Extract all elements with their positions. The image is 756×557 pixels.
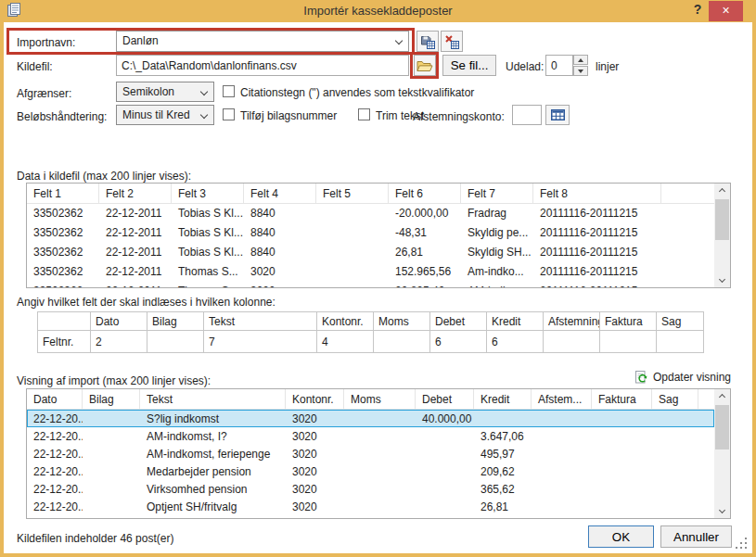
cell [652, 445, 698, 462]
cell: 3020 [286, 445, 344, 462]
mapping-cell-moms[interactable] [373, 330, 430, 353]
table-row[interactable]: 33502362 22-12-2011 Thomas S... 3020 152… [27, 262, 714, 282]
ok-button[interactable]: OK [588, 525, 654, 548]
scroll-down-button[interactable] [714, 502, 730, 518]
column-header[interactable]: Tekst [140, 389, 286, 409]
titlebar[interactable]: Importér kassekladdeposter ? × [0, 0, 756, 22]
kildefil-input[interactable] [116, 55, 409, 76]
mapping-cell-afstemning[interactable] [543, 330, 600, 353]
cell: Virksomhed pension [140, 480, 286, 498]
cell: S?lig indkomst [140, 410, 286, 427]
cell: 22-12-20... [27, 480, 83, 498]
column-header[interactable]: Felt 8 [533, 184, 661, 203]
table-row[interactable]: 22-12-20... Optjent SH/fritvalg 3020 26,… [27, 498, 714, 515]
column-header[interactable]: Felt 4 [244, 184, 316, 203]
cell [316, 282, 389, 288]
column-header[interactable]: Faktura [592, 389, 652, 409]
table-row[interactable]: 33502362 22-12-2011 Tobias S Kl... 8840 … [27, 243, 714, 262]
cancel-button[interactable]: Annuller [660, 525, 732, 548]
mapping-column-header: Afstemning [543, 311, 600, 331]
afgraenser-combobox[interactable]: Semikolon [116, 82, 214, 102]
column-header[interactable]: Moms [344, 389, 416, 409]
cell [416, 427, 474, 445]
importnavn-combobox[interactable]: Danløn [116, 31, 409, 52]
scrollbar-thumb[interactable] [715, 199, 729, 240]
cell: 3020 [286, 410, 344, 427]
se-fil-button[interactable]: Se fil... [442, 55, 496, 76]
delete-import-button[interactable] [441, 31, 463, 52]
linjer-label: linjer [596, 60, 619, 73]
column-header[interactable]: Felt 6 [389, 184, 461, 203]
cell: 22-12-2011 [99, 204, 172, 223]
scrollbar[interactable] [714, 184, 730, 287]
mapping-cell-tekst[interactable]: 7 [203, 330, 317, 353]
cell: 33502362 [27, 262, 99, 282]
column-header[interactable]: Bilag [83, 389, 140, 409]
cell [532, 462, 592, 480]
citation-checkbox-label: Citationstegn (") anvendes som tekstkval… [240, 86, 474, 99]
trim-tekst-checkbox[interactable] [358, 108, 370, 120]
afstemningskonto-input[interactable] [512, 105, 542, 125]
cell: 8840 [244, 223, 316, 243]
bilagsnummer-checkbox[interactable] [223, 108, 235, 120]
afstemningskonto-lookup-button[interactable] [545, 105, 570, 125]
column-header[interactable]: Felt 7 [461, 184, 533, 203]
cell: Thomas S... [172, 282, 244, 288]
table-row[interactable]: 22-12-20... Virksomhed pension 3020 365,… [27, 480, 714, 498]
preview-table-header: Dato Bilag Tekst Kontonr. Moms Debet Kre… [27, 389, 714, 410]
mapping-cell-dato[interactable]: 2 [90, 330, 147, 353]
cell: 8840 [244, 243, 316, 262]
mapping-cell-debet[interactable]: 6 [429, 330, 487, 353]
column-header[interactable]: Felt 3 [172, 184, 244, 203]
close-button[interactable]: × [709, 1, 743, 21]
column-header[interactable]: Afstem... [532, 389, 592, 409]
cell [316, 262, 389, 282]
table-row[interactable]: 33502362 22-12-2011 Thomas S... 3020 20.… [27, 282, 714, 288]
cell: 20.825,40 [389, 282, 461, 288]
mapping-cell-bilag[interactable] [147, 330, 204, 353]
table-row-selected[interactable]: 22-12-20... S?lig indkomst 3020 40.000,0… [27, 410, 714, 427]
cell [344, 445, 416, 462]
mapping-cell-sag[interactable] [656, 330, 704, 353]
citation-checkbox[interactable] [223, 85, 235, 97]
browse-folder-button[interactable] [414, 55, 436, 76]
column-header[interactable]: Sag [652, 389, 698, 409]
refresh-view-button[interactable]: Opdater visning [634, 370, 731, 385]
scroll-up-button[interactable] [714, 389, 730, 405]
resize-grip[interactable] [736, 538, 748, 550]
spin-up-icon [578, 58, 583, 62]
scroll-down-button[interactable] [714, 272, 730, 287]
column-header[interactable]: Felt 2 [99, 184, 172, 203]
table-row[interactable]: 22-12-20... Medarbejder pension 3020 209… [27, 462, 714, 480]
column-header[interactable]: Felt 1 [27, 184, 99, 203]
cell [592, 462, 652, 480]
folder-icon [416, 59, 433, 72]
beloebshaandtering-combobox[interactable]: Minus til Kred [116, 105, 214, 125]
mapping-corner-cell [37, 311, 91, 331]
column-header[interactable]: Kredit [474, 389, 532, 409]
help-button[interactable]: ? [688, 2, 707, 20]
cell: Thomas S... [172, 262, 244, 282]
scroll-up-button[interactable] [714, 184, 730, 199]
table-row[interactable]: 22-12-20... AM-indkomst, I? 3020 3.647,0… [27, 427, 714, 445]
mapping-cell-kredit[interactable]: 6 [486, 330, 544, 353]
cell: 3020 [244, 262, 316, 282]
mapping-cell-faktura[interactable] [599, 330, 657, 353]
cell: 20111116-20111215 [533, 204, 661, 223]
table-row[interactable]: 33502362 22-12-2011 Tobias S Kl... 8840 … [27, 204, 714, 223]
cell: 22-12-20... [27, 445, 83, 462]
column-header[interactable]: Dato [27, 389, 83, 409]
cell: 22-12-2011 [99, 262, 172, 282]
column-header[interactable]: Debet [416, 389, 474, 409]
column-header[interactable]: Felt 5 [316, 184, 389, 203]
scrollbar-thumb[interactable] [715, 405, 729, 449]
save-import-button[interactable] [416, 31, 439, 52]
udelad-spin-down-button[interactable] [573, 66, 588, 76]
udelad-spin-up-button[interactable] [573, 55, 588, 65]
table-row[interactable]: 22-12-20... AM-indkomst, feriepenge 3020… [27, 445, 714, 462]
table-row[interactable]: 33502362 22-12-2011 Tobias S Kl... 8840 … [27, 223, 714, 243]
mapping-cell-kontonr[interactable]: 4 [316, 330, 374, 353]
scrollbar[interactable] [714, 389, 730, 518]
udelad-input[interactable] [545, 55, 573, 76]
column-header[interactable]: Kontonr. [286, 389, 344, 409]
